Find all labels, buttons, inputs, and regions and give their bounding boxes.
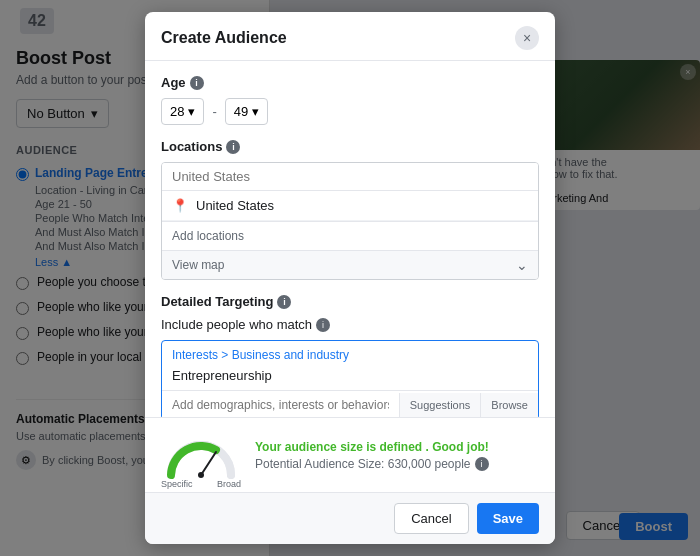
meter-text: Your audience size is defined . Good job… <box>255 440 539 471</box>
include-targeting-box: Interests > Business and industry Entrep… <box>161 340 539 417</box>
detailed-targeting-info-icon[interactable]: i <box>277 295 291 309</box>
age-min-value: 28 <box>170 104 184 119</box>
defined-word: defined <box>380 440 423 454</box>
create-audience-modal: Create Audience × Age i 28 ▾ - 49 ▾ Loca… <box>145 12 555 544</box>
audience-defined-text: Your audience size is defined . Good job… <box>255 440 539 454</box>
location-item-us[interactable]: 📍 United States <box>162 191 538 221</box>
location-search-row <box>162 163 538 191</box>
gauge-labels: Specific Broad <box>161 479 241 489</box>
age-section-label: Age i <box>161 75 539 90</box>
view-map-row[interactable]: View map ⌄ <box>162 250 538 279</box>
age-min-select[interactable]: 28 ▾ <box>161 98 204 125</box>
broad-label: Broad <box>217 479 241 489</box>
age-max-select[interactable]: 49 ▾ <box>225 98 268 125</box>
interest-category: Interests > Business and industry <box>162 341 538 364</box>
detailed-targeting-section: Detailed Targeting i Include people who … <box>161 294 539 417</box>
modal-close-button[interactable]: × <box>515 26 539 50</box>
interest-item: Entrepreneurship <box>162 364 538 390</box>
targeting-search-row: Suggestions Browse <box>162 390 538 417</box>
location-name: United States <box>196 198 274 213</box>
view-map-chevron-icon: ⌄ <box>516 257 528 273</box>
audience-meter-section: Specific Broad Your audience size is def… <box>145 417 555 492</box>
age-max-value: 49 <box>234 104 248 119</box>
gauge-svg <box>161 430 241 480</box>
location-pin-icon: 📍 <box>172 198 188 213</box>
age-max-chevron-icon: ▾ <box>252 104 259 119</box>
modal-title: Create Audience <box>161 29 287 47</box>
modal-body: Age i 28 ▾ - 49 ▾ Locations i � <box>145 61 555 417</box>
locations-box: 📍 United States Add locations View map ⌄ <box>161 162 539 280</box>
locations-list: 📍 United States <box>162 191 538 221</box>
potential-info-icon[interactable]: i <box>475 457 489 471</box>
cancel-button[interactable]: Cancel <box>394 503 468 534</box>
include-label: Include people who match i <box>161 317 539 332</box>
audience-gauge: Specific Broad <box>161 430 241 480</box>
include-info-icon[interactable]: i <box>316 318 330 332</box>
modal-footer: Cancel Save <box>145 492 555 544</box>
browse-button[interactable]: Browse <box>480 393 538 417</box>
potential-audience-size: Potential Audience Size: 630,000 people … <box>255 457 539 471</box>
specific-label: Specific <box>161 479 193 489</box>
save-button[interactable]: Save <box>477 503 539 534</box>
detailed-targeting-label: Detailed Targeting i <box>161 294 539 309</box>
suggestions-button[interactable]: Suggestions <box>399 393 481 417</box>
modal-header: Create Audience × <box>145 12 555 61</box>
targeting-search-input[interactable] <box>162 391 399 417</box>
age-row: 28 ▾ - 49 ▾ <box>161 98 539 125</box>
age-info-icon[interactable]: i <box>190 76 204 90</box>
age-dash: - <box>212 104 216 119</box>
view-map-text: View map <box>172 258 224 272</box>
svg-point-1 <box>198 472 204 478</box>
add-locations-text: Add locations <box>172 229 244 243</box>
age-min-chevron-icon: ▾ <box>188 104 195 119</box>
location-search-input[interactable] <box>172 169 528 184</box>
locations-info-icon[interactable]: i <box>226 140 240 154</box>
add-locations-row[interactable]: Add locations <box>162 221 538 250</box>
locations-section-label: Locations i <box>161 139 539 154</box>
close-icon: × <box>523 30 531 46</box>
svg-line-0 <box>201 452 216 475</box>
